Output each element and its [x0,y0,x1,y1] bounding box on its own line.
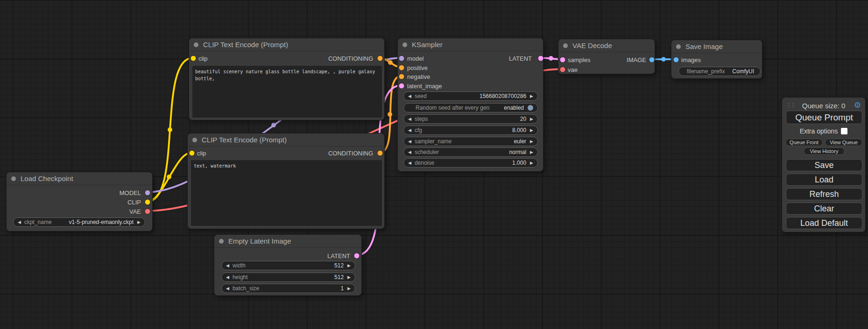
view-history-button[interactable]: View History [804,147,845,155]
output-slot-model[interactable] [145,190,150,196]
toggle-icon[interactable] [528,105,533,111]
input-slot-clip[interactable] [191,56,196,61]
output-label-image: IMAGE [627,56,646,63]
load-default-button[interactable]: Load Default [786,217,862,229]
node-titlebar[interactable]: KSampler [398,38,543,51]
widget-random-seed[interactable]: Random seed after every gen enabled [403,103,538,112]
left-arrow-icon[interactable]: ◀ [408,161,411,165]
input-slot-negative[interactable] [399,74,404,79]
output-label-conditioning: CONDITIONING [328,150,373,157]
widget-label: ckpt_name [24,219,52,225]
collapse-icon[interactable] [402,42,407,47]
widget-label: Random seed after every gen [416,105,489,111]
widget-ckpt-name[interactable]: ◀ ckpt_name v1-5-pruned-emaonly.ckpt ▶ [13,217,145,227]
node-titlebar[interactable]: VAE Decode [558,39,655,52]
node-title: Save Image [685,42,723,50]
widget-batch-size[interactable]: ◀ batch_size 1 ▶ [221,284,355,293]
output-slot-conditioning[interactable] [378,56,383,61]
widget-scheduler[interactable]: ◀ scheduler normal ▶ [403,147,538,157]
widget-value: 156680208700286 [480,93,526,99]
input-slot-images[interactable] [674,57,679,63]
refresh-button[interactable]: Refresh [786,188,862,200]
queue-front-button[interactable]: Queue Front [785,139,823,146]
collapse-icon[interactable] [192,138,197,142]
widget-seed[interactable]: ◀ seed 156680208700286 ▶ [403,91,538,101]
output-slot-conditioning[interactable] [378,151,383,156]
input-slot-clip[interactable] [190,151,195,156]
left-arrow-icon[interactable]: ◀ [18,220,21,224]
right-arrow-icon[interactable]: ▶ [347,287,351,291]
widget-sampler-name[interactable]: ◀ sampler_name euler ▶ [403,137,538,146]
node-titlebar[interactable]: Load Checkpoint [7,172,152,185]
widget-label: sampler_name [415,138,452,145]
widget-label: height [233,274,248,280]
collapse-icon[interactable] [11,176,16,181]
node-title: Load Checkpoint [21,175,73,182]
left-arrow-icon[interactable]: ◀ [408,128,411,133]
node-title: Empty Latent Image [228,237,291,245]
right-arrow-icon[interactable]: ▶ [530,128,533,133]
widget-label: seed [415,93,427,99]
collapse-icon[interactable] [219,239,224,244]
node-titlebar[interactable]: Save Image [671,40,762,53]
prompt-textarea[interactable]: text, watermark [191,160,382,226]
link-midpoint-dot [388,60,393,65]
left-arrow-icon[interactable]: ◀ [408,117,411,121]
node-empty-latent-image: Empty Latent Image LATENT ◀ width 512 ▶ … [214,234,362,296]
widget-value: ComfyUI [732,68,754,75]
right-arrow-icon[interactable]: ▶ [530,161,533,165]
node-title: CLIP Text Encode (Prompt) [202,136,287,144]
left-arrow-icon[interactable]: ◀ [226,275,229,280]
left-arrow-icon[interactable]: ◀ [226,287,229,291]
widget-label: filename_prefix [687,68,725,75]
output-slot-image[interactable] [649,57,655,63]
extra-options-checkbox[interactable] [841,128,847,134]
input-slot-vae[interactable] [560,67,565,72]
queue-prompt-button[interactable]: Queue Prompt [786,111,862,124]
save-button[interactable]: Save [786,159,862,171]
node-titlebar[interactable]: CLIP Text Encode (Prompt) [189,38,384,51]
collapse-icon[interactable] [563,43,568,48]
widget-height[interactable]: ◀ height 512 ▶ [221,273,355,282]
prompt-textarea[interactable]: beautiful scenery nature glass bottle la… [192,66,382,118]
output-slot-latent[interactable] [354,253,360,259]
widget-denoise[interactable]: ◀ denoise 1.000 ▶ [403,158,538,168]
view-queue-button[interactable]: View Queue [825,139,862,146]
left-arrow-icon[interactable]: ◀ [226,264,229,268]
input-slot-latent-image[interactable] [399,84,404,89]
gear-icon[interactable]: ⚙ [854,100,861,110]
input-label-images: images [681,56,701,63]
extra-options-label: Extra options [800,127,838,135]
right-arrow-icon[interactable]: ▶ [530,150,533,154]
node-titlebar[interactable]: CLIP Text Encode (Prompt) [188,133,384,147]
input-slot-samples[interactable] [560,57,565,63]
output-slot-vae[interactable] [145,209,150,214]
load-button[interactable]: Load [786,174,862,186]
right-arrow-icon[interactable]: ▶ [347,275,351,280]
widget-value: 512 [334,262,344,269]
collapse-icon[interactable] [194,42,198,47]
clear-button[interactable]: Clear [786,203,862,215]
input-slot-model[interactable] [399,56,404,61]
widget-width[interactable]: ◀ width 512 ▶ [221,261,355,270]
input-label-positive: positive [407,64,428,71]
widget-filename-prefix[interactable]: filename_prefix ComfyUI [678,67,761,76]
widget-cfg[interactable]: ◀ cfg 8.000 ▶ [403,126,538,135]
node-titlebar[interactable]: Empty Latent Image [214,235,361,248]
widget-label: cfg [415,127,422,133]
right-arrow-icon[interactable]: ▶ [347,264,351,268]
input-slot-positive[interactable] [399,65,404,70]
node-graph-canvas[interactable]: Load Checkpoint MODEL CLIP VAE ◀ ckpt_na… [0,0,868,329]
left-arrow-icon[interactable]: ◀ [408,150,411,154]
widget-steps[interactable]: ◀ steps 20 ▶ [403,114,538,124]
left-arrow-icon[interactable]: ◀ [408,94,411,98]
right-arrow-icon[interactable]: ▶ [530,140,533,144]
output-slot-latent[interactable] [538,56,543,61]
right-arrow-icon[interactable]: ▶ [530,117,533,121]
right-arrow-icon[interactable]: ▶ [137,220,141,224]
right-arrow-icon[interactable]: ▶ [530,94,533,98]
collapse-icon[interactable] [676,44,681,49]
left-arrow-icon[interactable]: ◀ [408,140,411,144]
output-slot-clip[interactable] [145,200,150,205]
input-label-vae: vae [568,66,578,73]
